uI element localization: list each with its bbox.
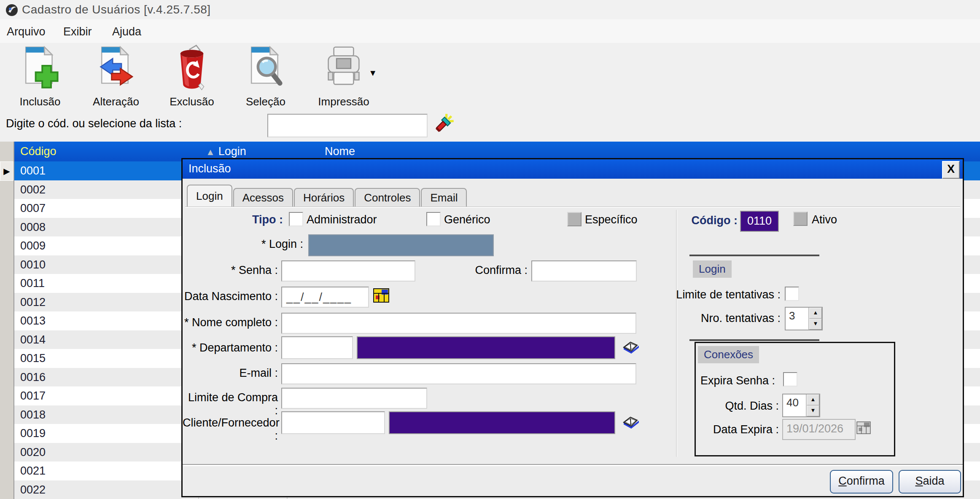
data-expira-label: Data Expira : <box>685 423 779 436</box>
window-titlebar: Cadastro de Usuários [v.4.25.7.58] <box>0 0 980 19</box>
toolbar-selecao-button[interactable]: Seleção <box>234 45 297 111</box>
toolbar-exclusao-button[interactable]: Exclusão <box>160 45 223 111</box>
limite-compra-input[interactable] <box>281 388 427 409</box>
menu-exibir[interactable]: Exibir <box>59 24 96 40</box>
confirma-label: Confirma : <box>436 264 528 277</box>
nro-tentativas-stepper[interactable]: 3 ▲ ▼ <box>785 307 823 330</box>
limite-tentativas-checkbox[interactable] <box>785 287 799 301</box>
cliente-fornecedor-label: Cliente/Fornecedor : <box>183 416 278 443</box>
senha-input[interactable] <box>281 260 415 282</box>
toolbar-label: Impressão <box>308 95 380 108</box>
saida-button[interactable]: Saida <box>899 470 961 494</box>
expira-senha-checkbox[interactable] <box>783 372 797 386</box>
column-header-login[interactable]: ▲Login <box>206 145 246 158</box>
menu-arquivo[interactable]: Arquivo <box>3 24 50 40</box>
toolbar-alteracao-button[interactable]: Alteração <box>84 45 148 111</box>
generico-label: Genérico <box>444 213 490 226</box>
search-label: Digite o cód. ou selecione da lista : <box>6 117 182 130</box>
lookup-book-icon[interactable] <box>620 413 641 431</box>
tipo-label: Tipo : <box>183 213 283 226</box>
expira-senha-label: Expira Senha : <box>700 374 779 387</box>
footer-divider <box>183 464 963 466</box>
document-arrows-icon <box>94 45 138 94</box>
dialog-title: Inclusão <box>188 162 231 175</box>
inclusao-dialog: Inclusão X LoginAcessosHoráriosControles… <box>181 158 964 497</box>
limite-compra-label: Limite de Compra : <box>183 391 278 417</box>
search-input[interactable] <box>267 114 428 137</box>
qtd-dias-stepper[interactable]: 40 ▲ ▼ <box>782 394 820 417</box>
menu-bar: Arquivo Exibir Ajuda <box>0 19 980 43</box>
departamento-codigo-input[interactable] <box>281 336 353 359</box>
email-input[interactable] <box>281 363 636 384</box>
toolbar-impressao-button[interactable]: ▼ Impressão <box>308 45 380 111</box>
ativo-label: Ativo <box>812 213 837 226</box>
departamento-nome-field <box>357 336 615 359</box>
codigo-value-field: 0110 <box>740 211 779 232</box>
especifico-label: Específico <box>585 213 638 226</box>
codigo-label: Código : <box>690 214 738 227</box>
stepper-up-button[interactable]: ▲ <box>809 308 822 319</box>
flashlight-icon[interactable] <box>433 113 455 135</box>
tab-controles[interactable]: Controles <box>355 188 420 207</box>
administrador-checkbox[interactable] <box>289 212 303 226</box>
generico-checkbox[interactable] <box>426 212 441 226</box>
trash-icon <box>170 45 214 94</box>
calendar-icon[interactable] <box>373 288 389 303</box>
dialog-tabs: LoginAcessosHoráriosControlesEmail <box>187 185 468 207</box>
data-nascimento-input[interactable]: __/__/____ <box>281 287 369 308</box>
toolbar-label: Exclusão <box>160 95 223 108</box>
login-group-line <box>689 255 819 256</box>
document-plus-icon <box>18 45 62 94</box>
cliente-codigo-input[interactable] <box>281 411 385 434</box>
nome-completo-input[interactable] <box>281 313 636 334</box>
menu-ajuda[interactable]: Ajuda <box>108 24 145 40</box>
login-input[interactable] <box>308 234 494 256</box>
email-label: E-mail : <box>183 367 278 380</box>
nro-tentativas-label: Nro. tentativas : <box>668 312 781 325</box>
stepper-down-button[interactable]: ▼ <box>807 405 819 416</box>
data-nascimento-label: Data Nascimento : <box>183 290 278 303</box>
administrador-label: Administrador <box>307 213 377 226</box>
tab-acessos[interactable]: Acessos <box>233 188 293 207</box>
calendar-icon-disabled <box>856 421 871 434</box>
login-label: * Login : <box>183 238 303 251</box>
cliente-nome-field <box>389 411 615 434</box>
confirma-button[interactable]: Confirma <box>830 470 893 494</box>
tab-login[interactable]: Login <box>187 185 232 207</box>
ativo-checkbox <box>793 212 808 226</box>
form-divider <box>676 210 677 457</box>
dialog-titlebar: Inclusão <box>183 159 963 179</box>
stepper-value: 3 <box>786 308 808 330</box>
dialog-close-button[interactable]: X <box>942 161 960 179</box>
toolbar-inclusao-button[interactable]: Inclusão <box>8 45 72 111</box>
column-header-codigo[interactable]: Código <box>20 145 57 158</box>
senha-label: * Senha : <box>183 264 278 277</box>
tab-horários[interactable]: Horários <box>294 188 354 207</box>
tab-page-border <box>185 207 960 208</box>
stepper-up-button[interactable]: ▲ <box>807 394 819 405</box>
limite-tentativas-label: Limite de tentativas : <box>668 288 781 301</box>
printer-icon <box>322 45 366 94</box>
conexoes-group-line <box>689 339 819 341</box>
especifico-checkbox <box>567 212 582 226</box>
toolbar-label: Seleção <box>234 95 297 108</box>
tab-email[interactable]: Email <box>421 188 467 207</box>
departamento-label: * Departamento : <box>183 341 278 354</box>
conexoes-group-title: Conexões <box>698 346 759 363</box>
column-header-nome[interactable]: Nome <box>325 145 355 158</box>
lookup-book-icon[interactable] <box>620 338 641 356</box>
window-title: Cadastro de Usuários [v.4.25.7.58] <box>22 3 211 16</box>
printer-dropdown-arrow-icon[interactable]: ▼ <box>369 68 377 78</box>
toolbar-label: Inclusão <box>8 95 72 108</box>
date-mask: __/__/____ <box>282 287 368 304</box>
confirma-senha-input[interactable] <box>531 260 637 282</box>
sort-ascending-icon: ▲ <box>206 147 215 157</box>
document-magnifier-icon <box>244 45 288 94</box>
toolbar: Inclusão Alteração Exclusão <box>0 43 980 113</box>
stepper-down-button[interactable]: ▼ <box>809 319 822 330</box>
nome-completo-label: * Nome completo : <box>183 316 278 329</box>
row-selector-gutter <box>0 142 14 499</box>
toolbar-label: Alteração <box>84 95 148 108</box>
login-group-title: Login <box>693 260 732 278</box>
data-expira-input: 19/01/2026 <box>782 419 856 440</box>
